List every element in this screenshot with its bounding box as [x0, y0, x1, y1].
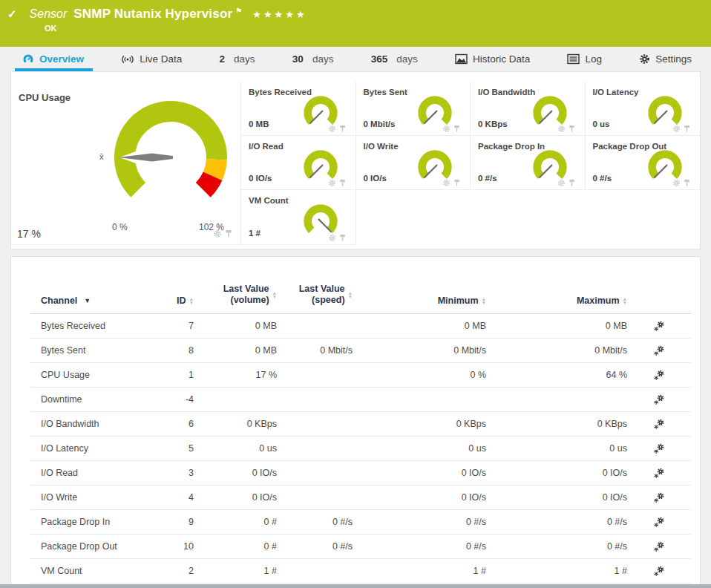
tab-label: Historic Data [473, 53, 530, 65]
gauge-title: I/O Bandwidth [478, 88, 535, 97]
column-header-last-value-speed[interactable]: Last Value (speed)▲▼ [277, 284, 353, 306]
gauge-title: VM Count [249, 196, 289, 205]
tab-label: Settings [655, 53, 692, 65]
gauge-settings-gear-icon[interactable] [328, 179, 336, 187]
gauge-settings-gear-icon[interactable] [557, 179, 566, 187]
gauge-title: I/O Read [249, 142, 284, 151]
gauge-value: 0 KBps [478, 120, 508, 128]
edit-channel-gears-icon[interactable] [653, 393, 665, 405]
gauge-value: 0 us [593, 120, 610, 128]
gauge-title: I/O Latency [593, 88, 639, 97]
tab-settings[interactable]: Settings [639, 47, 692, 71]
tab-live-data[interactable]: Live Data [121, 47, 182, 71]
edit-channel-gears-icon[interactable] [653, 344, 665, 356]
log-icon [567, 53, 580, 65]
gauge-pin-icon[interactable] [224, 229, 233, 238]
sensor-header: ✓ Sensor SNMP Nutanix Hypervisor ⚑ ★★★★★… [0, 0, 711, 47]
gauge-value: 0 IO/s [364, 174, 387, 183]
gauge-settings-gear-icon[interactable] [672, 125, 681, 133]
channel-name: VM Count [30, 566, 140, 576]
gauge-pin-icon[interactable] [338, 179, 347, 187]
edit-channel-gears-icon[interactable] [653, 491, 665, 503]
table-row: I/O Latency 5 0 us 0 us 0 us [30, 437, 691, 461]
empty-cell [356, 190, 471, 245]
gauge-icon [22, 53, 34, 65]
channel-name: Package Drop In [30, 517, 140, 527]
gauge-settings-gear-icon[interactable] [442, 125, 450, 133]
edit-channel-gears-icon[interactable] [653, 442, 665, 454]
gauge-value: 0 IO/s [249, 174, 272, 183]
area-chart-icon [455, 53, 468, 65]
gauge-value: 0 Mbit/s [364, 120, 396, 128]
channel-name: I/O Latency [30, 443, 140, 454]
priority-stars[interactable]: ★★★★★ [252, 9, 307, 20]
gauge-pin-icon[interactable] [568, 179, 576, 187]
bottom-scroll-strip [0, 584, 711, 588]
tab-365-days[interactable]: 365 days [371, 47, 418, 71]
gauge-settings-gear-icon[interactable] [328, 234, 336, 242]
channel-name: I/O Write [30, 492, 140, 503]
table-row: I/O Write 4 0 IO/s 0 IO/s 0 IO/s [30, 486, 691, 510]
status-check-icon: ✓ [7, 7, 17, 21]
tab-historic-data[interactable]: Historic Data [455, 47, 530, 71]
gauge-settings-gear-icon[interactable] [442, 179, 450, 187]
edit-channel-gears-icon[interactable] [653, 565, 665, 577]
gauge-card-vm-count: VM Count 1 # [241, 190, 356, 245]
status-badge: OK [45, 24, 702, 33]
tab-log[interactable]: Log [567, 47, 602, 71]
table-row: Bytes Sent 8 0 MB 0 Mbit/s 0 Mbit/s 0 Mb… [30, 339, 691, 363]
gauge-card-io-write: I/O Write 0 IO/s [356, 136, 471, 190]
gauge-card-cpu-usage: CPU Usage x̄ 0 % 102 % 17 % [11, 82, 241, 245]
gauge-card-io-latency: I/O Latency 0 us [586, 82, 701, 136]
gauge-pin-icon[interactable] [338, 125, 347, 133]
gauge-pin-icon[interactable] [683, 179, 691, 187]
priority-flag-icon: ⚑ [235, 7, 242, 15]
gauge-card-package-drop-out: Package Drop Out 0 #/s [586, 136, 701, 190]
gauges-panel: CPU Usage x̄ 0 % 102 % 17 % [10, 71, 701, 249]
gauge-settings-gear-icon[interactable] [672, 179, 681, 187]
edit-channel-gears-icon[interactable] [653, 418, 665, 430]
gauge-pin-icon[interactable] [453, 179, 461, 187]
column-header-channel[interactable]: Channel▼ [30, 295, 140, 306]
table-row: CPU Usage 1 17 % 0 % 64 % [30, 363, 691, 388]
column-header-minimum[interactable]: Minimum▲▼ [353, 295, 486, 306]
table-row: I/O Read 3 0 IO/s 0 IO/s 0 IO/s [30, 461, 691, 486]
channel-table: Channel▼ ID▲▼ Last Value (volume)▲▼ Last… [10, 256, 701, 587]
tab-30-days[interactable]: 30 days [292, 47, 334, 71]
tab-2-days[interactable]: 2 days [220, 47, 255, 71]
edit-channel-gears-icon[interactable] [653, 540, 665, 552]
edit-channel-gears-icon[interactable] [653, 516, 665, 528]
channel-name: Package Drop Out [30, 541, 140, 552]
channel-name: I/O Read [30, 468, 140, 478]
gauge-card-io-read: I/O Read 0 IO/s [241, 136, 356, 190]
gauge-title: Bytes Sent [364, 88, 407, 97]
channel-name: Downtime [30, 394, 140, 405]
gauge-value: 0 MB [249, 120, 269, 128]
column-header-last-value-volume[interactable]: Last Value (volume)▲▼ [194, 284, 277, 306]
edit-channel-gears-icon[interactable] [653, 369, 665, 381]
gauge-title: CPU Usage [19, 92, 71, 103]
page-title: SNMP Nutanix Hypervisor [73, 7, 232, 22]
gauge-settings-gear-icon[interactable] [213, 229, 222, 238]
gauge-pin-icon[interactable] [683, 125, 691, 133]
gauge-pin-icon[interactable] [568, 125, 576, 133]
sort-desc-icon: ▼ [84, 297, 91, 304]
gauge-value: 0 #/s [478, 174, 497, 183]
gauge-card-bytes-received: Bytes Received 0 MB [241, 82, 356, 136]
channel-name: CPU Usage [30, 370, 140, 380]
gauge-min-label: 0 % [112, 222, 128, 232]
gauge-settings-gear-icon[interactable] [328, 125, 336, 133]
edit-channel-gears-icon[interactable] [653, 320, 665, 332]
tab-label: Log [585, 53, 602, 65]
sort-icon: ▲▼ [623, 297, 627, 305]
gauge-settings-gear-icon[interactable] [557, 125, 566, 133]
tab-overview[interactable]: Overview [22, 47, 84, 71]
gauge-value: 17 % [17, 228, 41, 240]
gauge-pin-icon[interactable] [338, 234, 347, 242]
column-header-maximum[interactable]: Maximum▲▼ [486, 295, 627, 306]
edit-channel-gears-icon[interactable] [653, 467, 665, 479]
gauge-card-package-drop-in: Package Drop In 0 #/s [471, 136, 586, 190]
gauge-pin-icon[interactable] [453, 125, 461, 133]
column-header-id[interactable]: ID▲▼ [140, 295, 194, 306]
empty-cell [586, 190, 701, 245]
